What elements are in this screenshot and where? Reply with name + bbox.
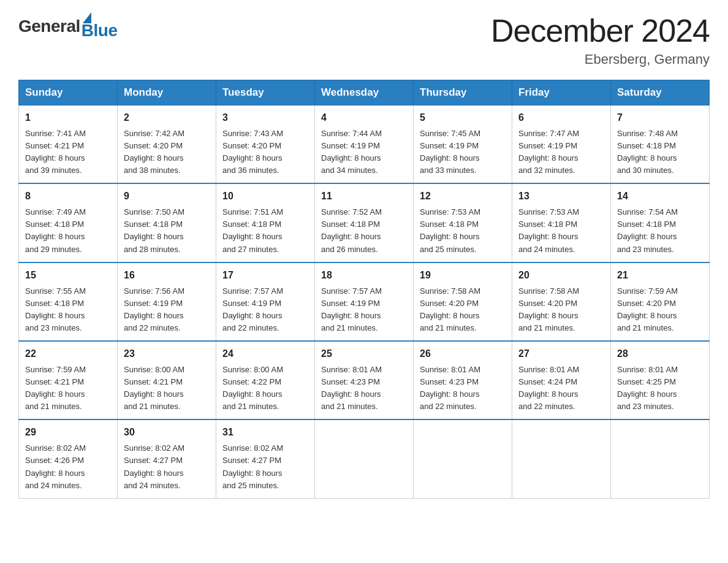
day-number: 5 [420,110,506,126]
table-row: 15Sunrise: 7:55 AMSunset: 4:18 PMDayligh… [19,262,710,341]
table-cell [611,419,710,498]
day-number: 22 [25,347,111,362]
table-row: 8Sunrise: 7:49 AMSunset: 4:18 PMDaylight… [19,183,710,262]
logo: General Blue [18,12,117,40]
day-info: Sunrise: 7:53 AMSunset: 4:18 PMDaylight:… [420,206,506,256]
day-number: 4 [321,110,407,126]
day-number: 3 [222,110,308,126]
day-number: 6 [518,110,604,126]
header-row: Sunday Monday Tuesday Wednesday Thursday… [19,80,710,105]
day-info: Sunrise: 7:44 AMSunset: 4:19 PMDaylight:… [321,128,407,177]
day-number: 11 [321,189,407,204]
table-cell: 17Sunrise: 7:57 AMSunset: 4:19 PMDayligh… [216,262,315,341]
day-info: Sunrise: 7:58 AMSunset: 4:20 PMDaylight:… [518,285,604,335]
table-cell: 18Sunrise: 7:57 AMSunset: 4:19 PMDayligh… [315,262,414,341]
table-cell: 7Sunrise: 7:48 AMSunset: 4:18 PMDaylight… [611,105,710,184]
day-info: Sunrise: 7:48 AMSunset: 4:18 PMDaylight:… [617,128,703,177]
day-info: Sunrise: 7:41 AMSunset: 4:21 PMDaylight:… [25,128,111,177]
day-number: 7 [617,110,703,126]
day-info: Sunrise: 8:02 AMSunset: 4:27 PMDaylight:… [222,442,308,492]
table-cell: 14Sunrise: 7:54 AMSunset: 4:18 PMDayligh… [611,183,710,262]
table-row: 29Sunrise: 8:02 AMSunset: 4:26 PMDayligh… [19,419,710,498]
day-number: 25 [321,347,407,362]
table-cell: 20Sunrise: 7:58 AMSunset: 4:20 PMDayligh… [512,262,611,341]
title-area: December 2024 Ebersberg, Germany [491,12,710,67]
day-info: Sunrise: 7:42 AMSunset: 4:20 PMDaylight:… [124,128,210,177]
table-cell [512,419,611,498]
location-text: Ebersberg, Germany [491,52,710,67]
day-number: 28 [617,347,703,362]
day-info: Sunrise: 7:55 AMSunset: 4:18 PMDaylight:… [25,285,111,335]
day-number: 9 [124,189,210,204]
table-cell: 24Sunrise: 8:00 AMSunset: 4:22 PMDayligh… [216,341,315,419]
table-cell: 8Sunrise: 7:49 AMSunset: 4:18 PMDaylight… [19,183,118,262]
day-info: Sunrise: 7:56 AMSunset: 4:19 PMDaylight:… [124,285,210,335]
day-number: 10 [222,189,308,204]
day-number: 21 [617,268,703,283]
table-cell: 1Sunrise: 7:41 AMSunset: 4:21 PMDaylight… [19,105,118,184]
day-number: 8 [25,189,111,204]
day-number: 23 [124,347,210,362]
table-cell: 19Sunrise: 7:58 AMSunset: 4:20 PMDayligh… [414,262,512,341]
day-number: 13 [518,189,604,204]
day-info: Sunrise: 7:45 AMSunset: 4:19 PMDaylight:… [420,128,506,177]
day-number: 15 [25,268,111,283]
logo-blue-text: Blue [82,21,118,40]
day-number: 27 [518,347,604,362]
logo-blue-part: Blue [82,12,118,40]
day-info: Sunrise: 7:57 AMSunset: 4:19 PMDaylight:… [222,285,308,335]
table-cell: 5Sunrise: 7:45 AMSunset: 4:19 PMDaylight… [414,105,512,184]
header: General Blue December 2024 Ebersberg, Ge… [18,12,710,67]
logo-general-text: General [18,17,80,36]
day-number: 19 [420,268,506,283]
col-thursday: Thursday [414,80,512,105]
table-cell: 12Sunrise: 7:53 AMSunset: 4:18 PMDayligh… [414,183,512,262]
table-cell: 4Sunrise: 7:44 AMSunset: 4:19 PMDaylight… [315,105,414,184]
day-info: Sunrise: 7:54 AMSunset: 4:18 PMDaylight:… [617,206,703,256]
day-number: 2 [124,110,210,126]
day-info: Sunrise: 7:51 AMSunset: 4:18 PMDaylight:… [222,206,308,256]
day-info: Sunrise: 8:01 AMSunset: 4:23 PMDaylight:… [321,364,407,413]
day-info: Sunrise: 8:01 AMSunset: 4:25 PMDaylight:… [617,364,703,413]
table-cell: 13Sunrise: 7:53 AMSunset: 4:18 PMDayligh… [512,183,611,262]
day-info: Sunrise: 8:01 AMSunset: 4:23 PMDaylight:… [420,364,506,413]
day-info: Sunrise: 8:00 AMSunset: 4:22 PMDaylight:… [222,364,308,413]
day-info: Sunrise: 7:58 AMSunset: 4:20 PMDaylight:… [420,285,506,335]
table-cell: 2Sunrise: 7:42 AMSunset: 4:20 PMDaylight… [118,105,216,184]
table-cell: 22Sunrise: 7:59 AMSunset: 4:21 PMDayligh… [19,341,118,419]
day-info: Sunrise: 7:52 AMSunset: 4:18 PMDaylight:… [321,206,407,256]
table-cell: 21Sunrise: 7:59 AMSunset: 4:20 PMDayligh… [611,262,710,341]
day-number: 26 [420,347,506,362]
day-number: 1 [25,110,111,126]
day-number: 20 [518,268,604,283]
day-number: 14 [617,189,703,204]
table-cell: 26Sunrise: 8:01 AMSunset: 4:23 PMDayligh… [414,341,512,419]
month-title: December 2024 [491,12,710,49]
calendar-table: Sunday Monday Tuesday Wednesday Thursday… [18,80,710,499]
table-cell: 31Sunrise: 8:02 AMSunset: 4:27 PMDayligh… [216,419,315,498]
day-number: 12 [420,189,506,204]
day-info: Sunrise: 8:02 AMSunset: 4:27 PMDaylight:… [124,442,210,492]
day-info: Sunrise: 7:43 AMSunset: 4:20 PMDaylight:… [222,128,308,177]
day-info: Sunrise: 7:49 AMSunset: 4:18 PMDaylight:… [25,206,111,256]
day-info: Sunrise: 7:53 AMSunset: 4:18 PMDaylight:… [518,206,604,256]
day-number: 17 [222,268,308,283]
table-cell [414,419,512,498]
table-cell: 6Sunrise: 7:47 AMSunset: 4:19 PMDaylight… [512,105,611,184]
table-cell: 23Sunrise: 8:00 AMSunset: 4:21 PMDayligh… [118,341,216,419]
day-info: Sunrise: 8:02 AMSunset: 4:26 PMDaylight:… [25,442,111,492]
table-cell: 9Sunrise: 7:50 AMSunset: 4:18 PMDaylight… [118,183,216,262]
day-number: 30 [124,425,210,440]
table-cell: 11Sunrise: 7:52 AMSunset: 4:18 PMDayligh… [315,183,414,262]
table-cell: 28Sunrise: 8:01 AMSunset: 4:25 PMDayligh… [611,341,710,419]
day-info: Sunrise: 8:01 AMSunset: 4:24 PMDaylight:… [518,364,604,413]
col-friday: Friday [512,80,611,105]
table-cell: 16Sunrise: 7:56 AMSunset: 4:19 PMDayligh… [118,262,216,341]
col-monday: Monday [118,80,216,105]
table-cell [315,419,414,498]
table-cell: 25Sunrise: 8:01 AMSunset: 4:23 PMDayligh… [315,341,414,419]
day-number: 24 [222,347,308,362]
day-info: Sunrise: 7:50 AMSunset: 4:18 PMDaylight:… [124,206,210,256]
day-number: 29 [25,425,111,440]
col-tuesday: Tuesday [216,80,315,105]
